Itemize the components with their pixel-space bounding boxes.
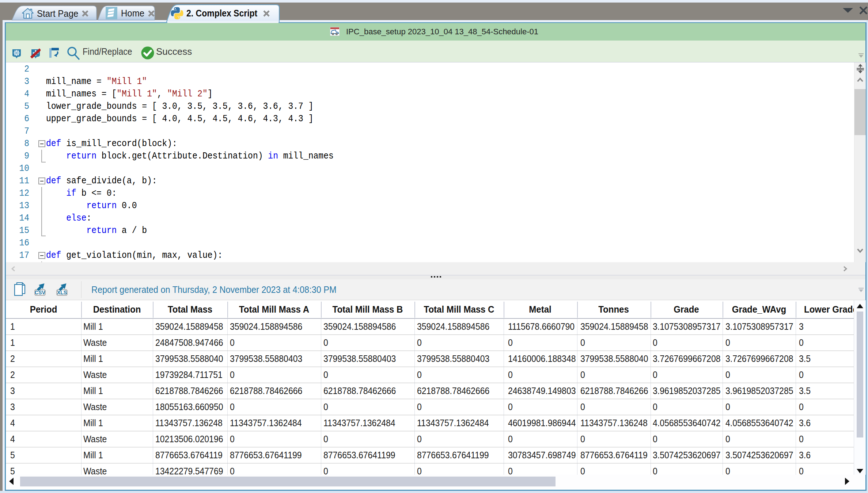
svg-text:XLS: XLS: [57, 290, 67, 295]
svg-text:CSV: CSV: [35, 290, 45, 295]
